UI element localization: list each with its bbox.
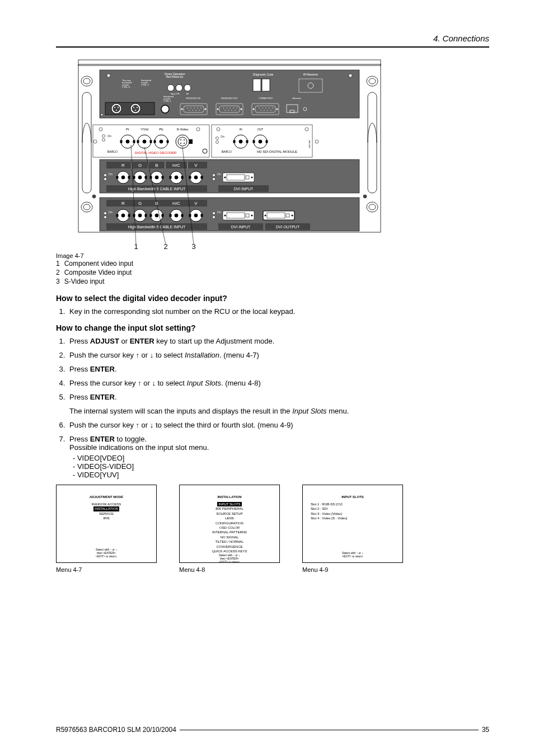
barco-label-1: BARCO [107, 150, 118, 153]
svg-point-100 [180, 143, 181, 144]
on-label-2: On [221, 135, 224, 138]
svg-point-93 [160, 140, 163, 143]
menu-screens: ADJUSTMENT MODE RANDOM ACCESS INSTALLATI… [56, 485, 489, 573]
svg-rect-116 [266, 140, 268, 143]
svg-rect-167 [145, 214, 147, 217]
svg-point-47 [192, 110, 193, 110]
svg-point-63 [272, 107, 273, 108]
svg-point-13 [107, 74, 110, 77]
svg-point-2 [81, 76, 92, 86]
svg-point-43 [194, 107, 194, 108]
yvid-label: Y/Vid [140, 128, 148, 131]
svg-rect-111 [233, 140, 235, 143]
hdsdi-name: HD SDI DIGITAL MODULE [257, 150, 297, 153]
svg-rect-183 [223, 211, 254, 220]
svg-rect-91 [150, 140, 152, 143]
svg-point-33 [101, 114, 103, 116]
svg-point-9 [369, 204, 376, 210]
svg-rect-102 [189, 139, 193, 144]
svg-point-7 [83, 204, 90, 210]
svg-point-98 [180, 139, 181, 140]
indication-2: VIDEO[S-VIDEO] [73, 462, 489, 471]
svg-rect-171 [162, 214, 163, 217]
g-label-1: G [138, 163, 142, 168]
doc-id: R5976563 BARCOR10 SLM 20/10/2004 [56, 726, 176, 734]
svg-point-110 [239, 140, 242, 143]
svg-rect-140 [181, 176, 183, 179]
menu-4-7: ADJUSTMENT MODE RANDOM ACCESS INSTALLATI… [56, 485, 157, 573]
section-b-steps-2: Push the cursor key ↑ or ↓ to select the… [56, 421, 489, 479]
r-label-1: R [121, 163, 125, 168]
svg-rect-127 [116, 176, 118, 179]
r-label-2: R [121, 201, 125, 206]
step-b3: Press ENTER. [67, 365, 489, 373]
comm-label: COMM PORT [259, 97, 273, 100]
on-label-3: On [109, 172, 113, 176]
svg-point-15 [167, 84, 174, 91]
svg-point-58 [235, 110, 235, 110]
svg-point-97 [178, 137, 187, 146]
svg-point-187 [251, 215, 253, 217]
svideo-label: S-Video [176, 128, 189, 131]
svg-point-173 [175, 214, 178, 217]
svg-point-99 [184, 139, 185, 140]
svg-point-34 [161, 105, 169, 113]
on-label-1: On [107, 134, 111, 138]
svg-rect-188 [263, 211, 294, 220]
svg-point-45 [200, 107, 201, 108]
svg-point-29 [116, 110, 117, 111]
svg-rect-179 [201, 214, 203, 217]
callout-2: 2 [163, 242, 167, 249]
ir-label: IR [186, 92, 189, 95]
led-label: Green:OperationRed:Stand-by [164, 72, 185, 78]
page-number: 35 [482, 726, 489, 734]
svg-point-73 [277, 109, 278, 110]
svg-point-4 [367, 76, 378, 86]
on-label-3b: On [217, 172, 221, 176]
step-b4: Press the cursor key ↑ or ↓ to select In… [67, 379, 489, 387]
g-label-2: G [138, 201, 142, 206]
v-label-1: V [194, 163, 198, 168]
svg-rect-112 [246, 140, 248, 143]
svg-rect-143 [189, 176, 191, 179]
page-footer: R5976563 BARCOR10 SLM 20/10/2004 35 [56, 726, 489, 734]
indication-1: VIDEO[VDEO] [73, 454, 489, 462]
svg-point-49 [199, 110, 199, 110]
svg-point-192 [292, 215, 293, 217]
svg-point-66 [267, 110, 268, 110]
svg-point-5 [369, 78, 376, 84]
step-b7: Press ENTER to toggle. Possible indicati… [67, 435, 489, 479]
svg-rect-163 [128, 214, 130, 217]
step-b5: Press ENTER. [67, 393, 489, 401]
menu-4-8: INSTALLATION INPUT SLOTS 800 PERIPHERAL … [179, 485, 280, 573]
svg-rect-162 [116, 214, 118, 217]
svg-rect-128 [128, 176, 130, 179]
svg-point-42 [190, 107, 191, 108]
svg-rect-136 [162, 176, 163, 179]
svg-rect-131 [133, 176, 135, 179]
on-label-4: On [109, 210, 113, 214]
diagram-legend: 1Component video input 2Composite Video … [56, 259, 138, 286]
barco-label-2: BARCO [222, 150, 232, 153]
svg-point-16 [176, 84, 182, 91]
svg-point-50 [223, 107, 223, 108]
svg-point-54 [236, 107, 237, 108]
5cable-name-2: High Bandwidth 5 CABLE INPUT [128, 225, 186, 229]
image-caption: Image 4-7 [56, 252, 489, 259]
svg-point-155 [363, 195, 367, 198]
svg-point-126 [121, 176, 125, 179]
svg-rect-144 [201, 176, 203, 179]
svg-point-61 [265, 107, 266, 108]
svg-point-114 [259, 140, 262, 143]
step-a1: Key in the corresponding slot number on … [67, 307, 489, 316]
svg-point-28 [118, 107, 119, 108]
svg-point-32 [135, 110, 136, 111]
svg-point-158 [104, 212, 107, 215]
svg-point-56 [228, 110, 228, 110]
svg-point-6 [81, 202, 92, 212]
section-b-steps: Press ADJUST or ENTER key to start up th… [56, 337, 489, 401]
step-b1: Press ADJUST or ENTER key to start up th… [67, 337, 489, 345]
svg-point-46 [189, 110, 189, 110]
rsin-label: RS232/422 IN [186, 97, 200, 100]
svg-rect-86 [120, 140, 122, 143]
